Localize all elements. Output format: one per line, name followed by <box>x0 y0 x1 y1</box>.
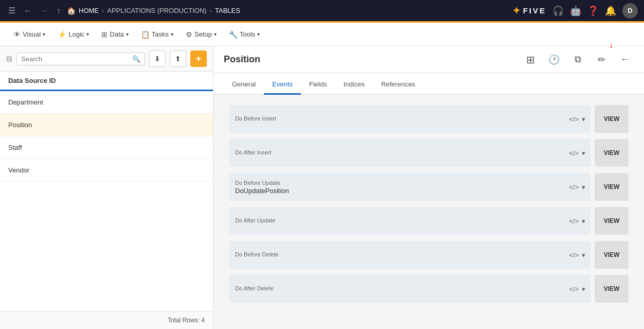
up-icon[interactable]: ↑ <box>55 4 63 18</box>
tasks-menu[interactable]: 📋 Tasks ▾ <box>136 27 178 42</box>
chevron-down-icon[interactable]: ▾ <box>582 217 585 225</box>
menu-icon[interactable]: ☰ <box>6 4 17 18</box>
history-icon[interactable]: 🕐 <box>545 51 563 68</box>
export-icon-btn[interactable]: ⬆ <box>170 50 186 67</box>
column-header: Data Source ID <box>0 72 213 91</box>
event-field-icons: </> ▾ <box>569 149 585 157</box>
add-button[interactable]: + <box>190 50 207 67</box>
tab-fields[interactable]: Fields <box>301 75 335 95</box>
event-field-after-insert[interactable]: Do After Insert </> ▾ <box>229 139 591 167</box>
tab-references[interactable]: References <box>373 75 423 95</box>
code-icon[interactable]: </> <box>569 217 579 225</box>
filter-icon: ⊟ <box>6 55 12 63</box>
edit-icon[interactable]: ✏ ↓ <box>593 51 610 68</box>
event-value: DoUpdatePosition <box>235 187 584 195</box>
tab-events[interactable]: Events <box>264 75 301 95</box>
search-icon: 🔍 <box>132 55 140 63</box>
breadcrumb-applications[interactable]: APPLICATIONS (PRODUCTION) <box>107 7 206 14</box>
setup-menu[interactable]: ⚙ Setup ▾ <box>181 27 222 42</box>
copy-icon[interactable]: ⧉ <box>569 51 586 68</box>
grid-view-icon[interactable]: ⊞ <box>522 51 539 68</box>
content-area: Position ⊞ 🕐 ⧉ ✏ ↓ ← General Events Fiel… <box>213 46 644 329</box>
events-content: Do Before Insert </> ▾ VIEW Do After Ins… <box>213 95 644 329</box>
code-icon[interactable]: </> <box>569 115 579 123</box>
data-label: Data <box>110 30 123 38</box>
headset-icon[interactable]: 🎧 <box>552 5 564 16</box>
help-icon[interactable]: ❓ <box>587 5 599 16</box>
chevron-down-icon[interactable]: ▾ <box>582 149 585 157</box>
logic-label: Logic <box>68 30 84 38</box>
download-icon-btn[interactable]: ⬇ <box>149 50 166 67</box>
forward-icon[interactable]: → <box>38 4 50 18</box>
event-label: Do Before Update <box>235 180 584 186</box>
tools-menu[interactable]: 🔧 Tools ▾ <box>224 27 265 42</box>
data-menu[interactable]: ⊞ Data ▾ <box>96 27 133 42</box>
red-arrow-indicator: ↓ <box>609 41 613 50</box>
search-box: 🔍 <box>16 53 145 65</box>
back-icon[interactable]: ← <box>22 4 34 18</box>
search-input[interactable] <box>21 55 132 63</box>
event-field-icons: </> ▾ <box>569 251 585 259</box>
tab-general[interactable]: General <box>224 75 264 95</box>
home-link[interactable]: HOME <box>79 7 99 14</box>
list-item[interactable]: Vendor <box>0 159 213 182</box>
data-chevron: ▾ <box>126 31 129 37</box>
avatar[interactable]: D <box>622 3 638 19</box>
chevron-down-icon[interactable]: ▾ <box>582 251 585 259</box>
event-row-before-update: Do Before Update DoUpdatePosition </> ▾ … <box>229 173 629 201</box>
event-field-before-insert[interactable]: Do Before Insert </> ▾ <box>229 105 591 133</box>
event-row-after-insert: Do After Insert </> ▾ VIEW <box>229 139 629 167</box>
breadcrumb-tables[interactable]: TABLES <box>215 7 240 14</box>
event-label: Do Before Insert <box>235 115 584 122</box>
list-item[interactable]: Staff <box>0 136 213 159</box>
event-row-after-update: Do After Update </> ▾ VIEW <box>229 207 629 235</box>
list-item[interactable]: Position <box>0 114 213 136</box>
tasks-chevron: ▾ <box>171 31 173 37</box>
code-icon[interactable]: </> <box>569 285 579 293</box>
event-row-before-delete: Do Before Delete </> ▾ VIEW <box>229 241 629 269</box>
tools-label: Tools <box>240 30 255 38</box>
logic-icon: ⚡ <box>58 30 66 39</box>
event-field-icons: </> ▾ <box>569 183 585 191</box>
event-row-before-insert: Do Before Insert </> ▾ VIEW <box>229 105 629 133</box>
sidebar: ⊟ 🔍 ⬇ ⬆ + Data Source ID Department Posi… <box>0 46 213 329</box>
logic-menu[interactable]: ⚡ Logic ▾ <box>52 27 94 42</box>
five-logo: ✦ FIVE <box>512 4 546 18</box>
event-field-after-delete[interactable]: Do After Delete </> ▾ <box>229 275 591 303</box>
tab-indices[interactable]: Indices <box>335 75 373 95</box>
notification-icon[interactable]: 🔔 <box>605 5 616 16</box>
tools-icon: 🔧 <box>229 30 238 39</box>
logic-chevron: ▾ <box>86 31 89 37</box>
back-arrow-icon[interactable]: ← <box>616 51 634 68</box>
robot-icon[interactable]: 🤖 <box>570 5 581 16</box>
event-field-after-update[interactable]: Do After Update </> ▾ <box>229 207 591 235</box>
event-field-before-update[interactable]: Do Before Update DoUpdatePosition </> ▾ <box>229 173 591 201</box>
top-navigation: ☰ ← → ↑ 🏠 HOME › APPLICATIONS (PRODUCTIO… <box>0 0 644 23</box>
visual-menu[interactable]: 👁 Visual ▾ <box>8 27 50 42</box>
view-button[interactable]: VIEW <box>595 275 629 303</box>
view-button[interactable]: VIEW <box>595 173 629 201</box>
chevron-down-icon[interactable]: ▾ <box>582 115 585 123</box>
code-icon[interactable]: </> <box>569 183 579 191</box>
view-button[interactable]: VIEW <box>595 105 629 133</box>
code-icon[interactable]: </> <box>569 149 579 157</box>
chevron-down-icon[interactable]: ▾ <box>582 285 585 293</box>
visual-label: Visual <box>23 30 41 38</box>
visual-icon: 👁 <box>13 30 21 39</box>
view-button[interactable]: VIEW <box>595 241 629 269</box>
chevron-down-icon[interactable]: ▾ <box>582 183 585 191</box>
sidebar-toolbar: ⊟ 🔍 ⬇ ⬆ + <box>0 46 213 72</box>
tasks-icon: 📋 <box>141 30 150 39</box>
view-button[interactable]: VIEW <box>595 207 629 235</box>
event-label: Do After Insert <box>235 149 584 155</box>
secondary-toolbar: 👁 Visual ▾ ⚡ Logic ▾ ⊞ Data ▾ 📋 Tasks ▾ … <box>0 23 644 46</box>
setup-chevron: ▾ <box>214 31 217 37</box>
setup-icon: ⚙ <box>186 30 192 39</box>
content-header-icons: ⊞ 🕐 ⧉ ✏ ↓ ← <box>522 51 634 68</box>
list-item[interactable]: Department <box>0 91 213 114</box>
data-icon: ⊞ <box>101 30 108 39</box>
event-field-before-delete[interactable]: Do Before Delete </> ▾ <box>229 241 591 269</box>
page-title: Position <box>224 54 260 65</box>
code-icon[interactable]: </> <box>569 251 579 259</box>
view-button[interactable]: VIEW <box>595 139 629 167</box>
